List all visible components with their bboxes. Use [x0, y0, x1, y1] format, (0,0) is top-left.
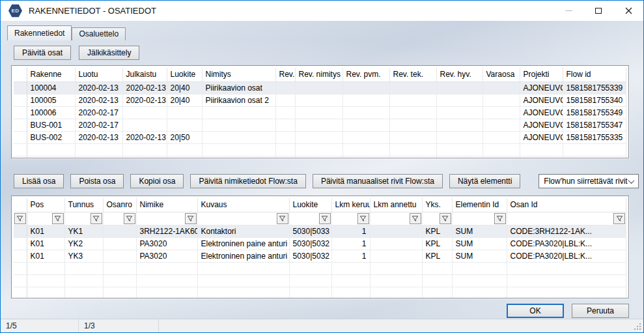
column-header[interactable]: Nimitys: [202, 68, 275, 81]
nayta-elementti-button[interactable]: Näytä elementti: [449, 174, 520, 188]
close-button[interactable]: [613, 1, 643, 21]
jalkikasittely-button[interactable]: Jälkikäsittely: [79, 46, 139, 60]
column-header[interactable]: Rev. pvm.: [343, 68, 389, 81]
paivita-manuaaliset-rivit-button[interactable]: Päivitä manuaaliset rivit Flow:sta: [313, 174, 443, 188]
funnel-icon: [92, 215, 100, 222]
tab-osaluettelo[interactable]: Osaluettelo: [72, 27, 126, 40]
filter-funnel-button[interactable]: [124, 213, 135, 224]
table-row[interactable]: 1000042020-02-132020-02-1320|40Piirikaav…: [14, 81, 626, 94]
table-row[interactable]: K01YK3PA3020Elektroninen paine anturi503…: [14, 250, 626, 262]
filter-funnel-button[interactable]: [14, 213, 26, 224]
column-header[interactable]: Lkm annettu: [370, 198, 422, 212]
status-section-1: 1/5: [1, 319, 79, 332]
table-cell: [103, 237, 136, 250]
kopioi-osa-button[interactable]: Kopioi osa: [130, 174, 184, 188]
empty-cell: [295, 156, 343, 158]
table-row[interactable]: 1000062020-02-17AJONEUVO1581581755349: [14, 106, 626, 119]
table-cell: 2020-02-17: [75, 119, 122, 131]
filter-funnel-button[interactable]: [185, 213, 197, 224]
column-header[interactable]: Lkm keruu: [331, 198, 370, 212]
filter-cell: [197, 212, 289, 225]
column-header[interactable]: Rev. tek.: [389, 68, 436, 81]
dialog-window: ED RAKENNETIEDOT - OSATIEDOT Rakennetied…: [0, 0, 644, 333]
filter-cell: [289, 212, 331, 225]
column-header[interactable]: Osanro: [103, 198, 136, 212]
empty-cell: [167, 156, 202, 158]
status-section-3: [159, 319, 643, 332]
filter-funnel-button[interactable]: [494, 213, 506, 224]
column-header[interactable]: Yks.: [422, 198, 452, 212]
rowhead: [14, 212, 27, 225]
table-cell: [103, 250, 136, 262]
table-row[interactable]: K01YK2PA3020Elektroninen paine anturi503…: [14, 237, 626, 250]
table-cell: [483, 81, 520, 94]
column-header[interactable]: Rev. nimitys: [295, 68, 343, 81]
column-header[interactable]: Projekti: [520, 68, 563, 81]
empty-cell: [64, 274, 103, 287]
empty-cell: [483, 143, 520, 156]
table-cell: CODE:PA3020|LBL:K...: [507, 250, 626, 262]
filter-funnel-button[interactable]: [357, 213, 369, 224]
empty-cell: [75, 156, 122, 158]
table-cell: [343, 119, 389, 131]
lisaa-osa-button[interactable]: Lisää osa: [14, 174, 64, 188]
ok-button[interactable]: OK: [507, 304, 564, 318]
rows-to-flow-dropdown[interactable]: Flow'hun siirrettävät rivit: [539, 174, 639, 188]
empty-cell: [197, 262, 289, 274]
table-cell: 1581581755340: [563, 94, 626, 106]
header-row: RakenneLuotuJulkaistuLuokiteNimitysRev.R…: [14, 68, 626, 81]
table-row[interactable]: BUS-0022020-02-132020-02-1320|50AJONEUVO…: [14, 131, 626, 143]
column-header[interactable]: Varaosa: [483, 68, 520, 81]
empty-cell: [27, 262, 64, 274]
column-header[interactable]: Tunnus: [64, 198, 103, 212]
cancel-button[interactable]: Peruuta: [572, 304, 629, 318]
column-header[interactable]: Kuvaus: [197, 198, 289, 212]
tab-rakennetiedot[interactable]: Rakennetiedot: [7, 25, 72, 40]
filter-funnel-button[interactable]: [52, 213, 64, 224]
empty-cell: [103, 274, 136, 287]
empty-cell: [27, 156, 75, 158]
maximize-icon: [595, 8, 602, 14]
filter-funnel-button[interactable]: [613, 213, 625, 224]
filter-funnel-button[interactable]: [277, 213, 288, 224]
column-header[interactable]: Rakenne: [27, 68, 75, 81]
column-header[interactable]: Luokite: [289, 198, 331, 212]
table-row[interactable]: 1000052020-02-132020-02-1320|40Piirikaav…: [14, 94, 626, 106]
minimize-button: [553, 1, 583, 21]
empty-cell: [103, 287, 136, 298]
resize-grip[interactable]: [634, 323, 641, 330]
column-header[interactable]: Flow id: [563, 68, 626, 81]
table-row[interactable]: BUS-0012020-02-17AJONEUVO1581581755347: [14, 119, 626, 131]
table-cell: Elektroninen paine anturi: [197, 250, 289, 262]
maximize-button[interactable]: [583, 1, 613, 21]
table-cell: K01: [27, 225, 64, 237]
column-header[interactable]: Osan Id: [507, 198, 626, 212]
column-header[interactable]: Luokite: [167, 68, 202, 81]
empty-cell: [136, 287, 197, 298]
filter-funnel-button[interactable]: [410, 213, 421, 224]
structures-table: RakenneLuotuJulkaistuLuokiteNimitysRev.R…: [14, 68, 626, 158]
poista-osa-button[interactable]: Poista osa: [70, 174, 124, 188]
empty-cell: [14, 262, 27, 274]
table-cell: Piirikaavion osat 2: [202, 94, 275, 106]
empty-cell: [436, 156, 483, 158]
filter-funnel-button[interactable]: [440, 213, 451, 224]
filter-cell: [331, 212, 370, 225]
empty-cell: [422, 287, 452, 298]
empty-row: [14, 287, 626, 298]
column-header[interactable]: Pos: [27, 198, 64, 212]
table-cell: PA3020: [136, 250, 197, 262]
paivita-osat-button[interactable]: Päivitä osat: [14, 46, 71, 60]
column-header[interactable]: Nimike: [136, 198, 197, 212]
table-cell: 2020-02-13: [75, 131, 122, 143]
empty-cell: [422, 262, 452, 274]
column-header[interactable]: Julkaistu: [122, 68, 167, 81]
paivita-nimiketiedot-button[interactable]: Päivitä nimiketiedot Flow:sta: [190, 174, 305, 188]
filter-funnel-button[interactable]: [91, 213, 102, 224]
column-header[interactable]: Rev.: [275, 68, 295, 81]
column-header[interactable]: Rev. hyv.: [436, 68, 483, 81]
column-header[interactable]: Luotu: [75, 68, 122, 81]
filter-funnel-button[interactable]: [319, 213, 331, 224]
column-header[interactable]: Elementin Id: [452, 198, 507, 212]
table-row[interactable]: K01YK13RH2122-1AK60Kontaktori5030|50331K…: [14, 225, 626, 237]
